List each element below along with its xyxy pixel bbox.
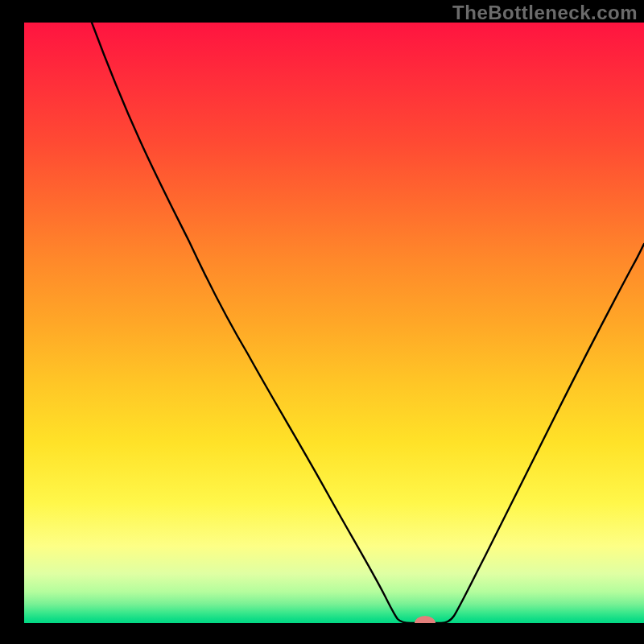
gradient-background bbox=[24, 23, 644, 623]
watermark-text: TheBottleneck.com bbox=[452, 2, 638, 24]
chart-container: { "watermark": "TheBottleneck.com", "gra… bbox=[0, 0, 644, 644]
bottleneck-chart bbox=[0, 0, 644, 644]
